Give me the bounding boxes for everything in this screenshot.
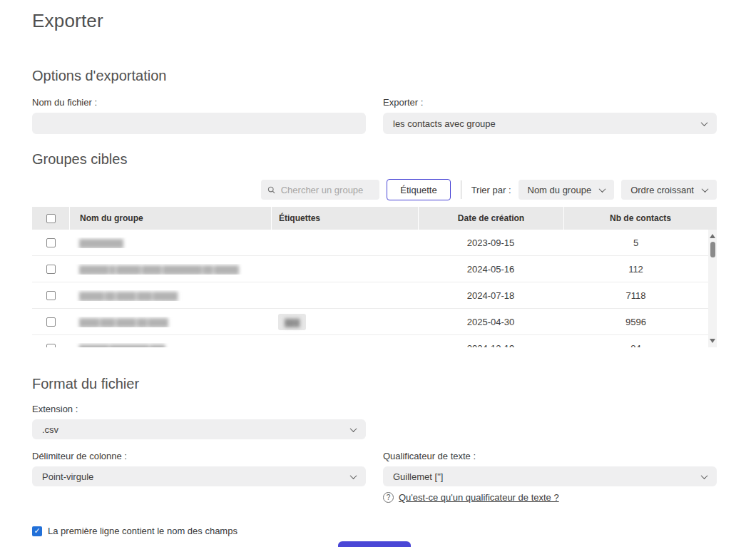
chevron-down-icon: [599, 185, 606, 193]
chevron-down-icon: [701, 472, 708, 479]
group-search-box[interactable]: [261, 180, 379, 200]
target-groups-heading: Groupes cibles: [32, 151, 717, 168]
groups-table-header: Nom du groupe Étiquettes Date de créatio…: [32, 207, 717, 230]
table-row[interactable]: █████ ██ ████ ███ █████ 2024-07-18 7118: [32, 282, 708, 309]
chevron-down-icon: [350, 425, 357, 432]
qualifier-value: Guillemet ["]: [393, 471, 443, 482]
qualifier-select[interactable]: Guillemet ["]: [383, 466, 717, 486]
extension-label: Extension :: [32, 404, 366, 414]
delimiter-value: Point-virgule: [42, 471, 93, 482]
group-name-redacted: ██████ ████████ ███: [79, 344, 165, 348]
export-scope-label: Exporter :: [383, 97, 717, 108]
filename-input[interactable]: [32, 113, 366, 134]
column-header-tags: Étiquettes: [271, 207, 418, 230]
sort-by-label: Trier par :: [471, 185, 511, 195]
help-icon[interactable]: ?: [383, 492, 394, 503]
group-name-redacted: █████████: [79, 239, 123, 247]
chevron-down-icon: [702, 185, 709, 193]
group-name-redacted: █████ ██ ████ ███ █████: [79, 292, 177, 300]
first-line-checkbox[interactable]: ✓: [32, 526, 42, 536]
table-row[interactable]: ██████ █ █████ ████ ████████ ██ █████ 20…: [32, 256, 708, 282]
table-row[interactable]: █████████ 2023-09-15 5: [32, 230, 708, 256]
export-scope-select[interactable]: les contacts avec groupe: [383, 113, 717, 134]
filename-label: Nom du fichier :: [32, 97, 366, 108]
toolbar-divider: [461, 180, 461, 199]
group-name-redacted: ████ ███ ████ ██ ████: [79, 318, 168, 327]
group-contact-count: 84: [563, 343, 708, 348]
file-format-heading: Format du fichier: [32, 376, 717, 392]
table-row[interactable]: ██████ ████████ ███ 2024-12-19 84: [32, 335, 708, 347]
chevron-down-icon: [701, 119, 708, 126]
page-title: Exporter: [32, 10, 717, 32]
group-search-input[interactable]: [281, 185, 374, 195]
column-header-created: Date de création: [418, 207, 563, 230]
group-created-date: 2025-04-30: [418, 317, 563, 327]
qualifier-help-link[interactable]: Qu'est-ce qu'un qualificateur de texte ?: [399, 492, 559, 503]
export-scope-value: les contacts avec groupe: [393, 118, 496, 129]
qualifier-label: Qualificateur de texte :: [383, 451, 717, 461]
delimiter-label: Délimiteur de colonne :: [32, 451, 366, 461]
search-icon: [267, 185, 275, 195]
group-created-date: 2024-12-19: [418, 343, 563, 348]
delimiter-select[interactable]: Point-virgule: [32, 466, 366, 486]
group-name-redacted: ██████ █ █████ ████ ████████ ██ █████: [79, 265, 238, 274]
row-checkbox[interactable]: [46, 238, 56, 247]
chevron-down-icon: [350, 472, 357, 479]
sort-order-value: Ordre croissant: [630, 185, 694, 195]
row-checkbox[interactable]: [46, 317, 56, 327]
sort-order-select[interactable]: Ordre croissant: [621, 180, 717, 200]
group-created-date: 2023-09-15: [418, 237, 563, 248]
group-created-date: 2024-07-18: [418, 290, 563, 301]
export-button[interactable]: Exporter: [338, 541, 412, 547]
export-page: Exporter Options d'exportation Nom du fi…: [32, 0, 717, 547]
table-scrollbar[interactable]: [708, 230, 717, 347]
groups-table-body: █████████ 2023-09-15 5 ██████ █ █████ ██…: [32, 230, 717, 347]
tag-badge: ███: [278, 314, 306, 330]
scroll-up-icon[interactable]: [710, 234, 715, 238]
group-created-date: 2024-05-16: [418, 264, 563, 275]
extension-select[interactable]: .csv: [32, 419, 366, 439]
group-contact-count: 112: [563, 264, 708, 275]
column-header-name: Nom du groupe: [69, 207, 271, 230]
export-options-heading: Options d'exportation: [32, 68, 717, 84]
column-header-contacts: Nb de contacts: [563, 207, 717, 230]
groups-toolbar: Étiquette Trier par : Nom du groupe Ordr…: [32, 179, 717, 200]
export-options-section: Options d'exportation Nom du fichier : E…: [32, 68, 717, 134]
target-groups-section: Groupes cibles Étiquette Trier par : Nom…: [32, 151, 717, 347]
sort-field-select[interactable]: Nom du groupe: [519, 180, 615, 200]
sort-field-value: Nom du groupe: [528, 185, 592, 195]
first-line-option[interactable]: ✓ La première ligne contient le nom des …: [32, 526, 717, 536]
groups-table: Nom du groupe Étiquettes Date de créatio…: [32, 207, 717, 347]
select-all-checkbox[interactable]: [46, 214, 56, 223]
checkmark-icon: ✓: [34, 526, 40, 536]
extension-value: .csv: [42, 424, 58, 435]
table-row[interactable]: ████ ███ ████ ██ ████ ███ 2025-04-30 959…: [32, 309, 708, 335]
group-contact-count: 7118: [563, 290, 708, 301]
scrollbar-thumb[interactable]: [710, 242, 715, 257]
group-contact-count: 5: [563, 237, 708, 248]
row-checkbox[interactable]: [46, 291, 56, 300]
row-checkbox[interactable]: [46, 344, 56, 348]
scroll-down-icon[interactable]: [710, 339, 715, 343]
tag-filter-button[interactable]: Étiquette: [387, 179, 450, 200]
group-contact-count: 9596: [563, 317, 708, 327]
row-checkbox[interactable]: [46, 265, 56, 274]
file-format-section: Format du fichier Extension : .csv Délim…: [32, 376, 717, 503]
first-line-label: La première ligne contient le nom des ch…: [48, 526, 237, 536]
